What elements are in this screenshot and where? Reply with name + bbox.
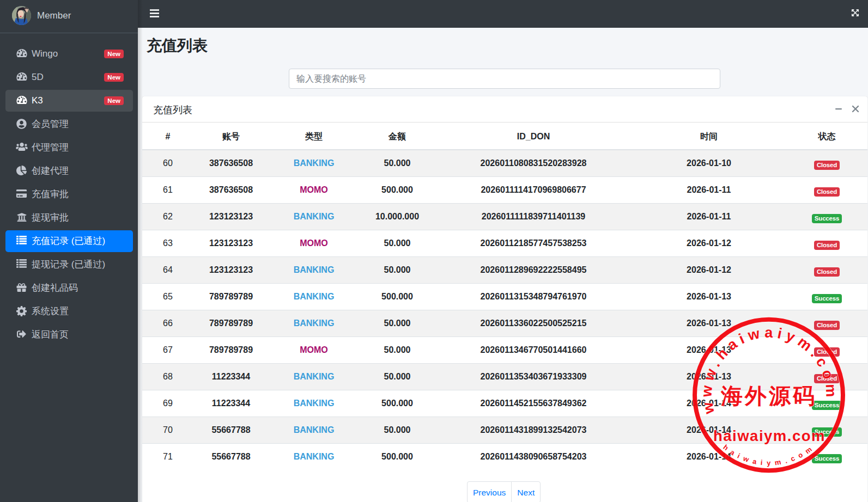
- svg-text:haiwaiym.com: haiwaiym.com: [713, 427, 825, 444]
- svg-text:海外源码: 海外源码: [720, 384, 817, 408]
